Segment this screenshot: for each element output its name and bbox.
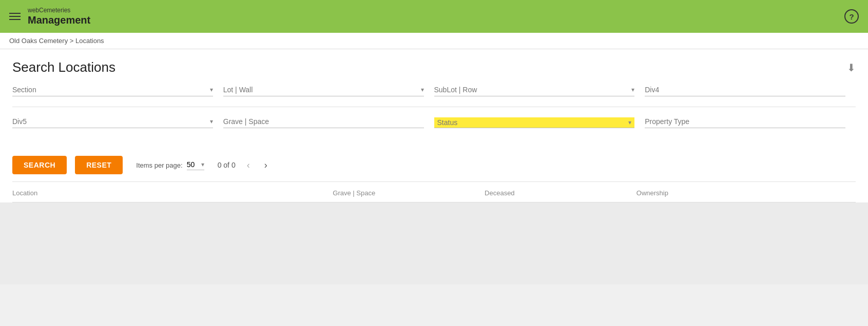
status-field: ▾ <box>434 117 645 128</box>
div4-input[interactable] <box>645 86 845 94</box>
section-select-wrapper[interactable]: ▾ <box>12 86 213 96</box>
hamburger-menu-icon[interactable] <box>9 13 21 20</box>
div4-field <box>645 86 856 96</box>
grave-space-input[interactable] <box>223 117 424 126</box>
filter-row-2: ▾ ▾ <box>12 117 856 138</box>
reset-button[interactable]: RESET <box>75 156 123 174</box>
col-header-location: Location <box>12 189 333 197</box>
actions-row: SEARCH RESET Items per page: 50 25 100 ▾… <box>12 149 856 182</box>
sublot-row-chevron-icon: ▾ <box>631 86 634 93</box>
page-title-row: Search Locations ⬇ <box>12 59 856 75</box>
div4-select-wrapper[interactable] <box>645 86 845 96</box>
sublot-row-field: ▾ <box>434 86 645 96</box>
property-type-input[interactable] <box>645 117 845 126</box>
div5-input[interactable] <box>12 117 210 126</box>
help-icon[interactable]: ? <box>844 9 859 24</box>
section-input[interactable] <box>12 86 210 94</box>
page-title: Search Locations <box>12 59 115 75</box>
div5-chevron-icon: ▾ <box>210 118 213 125</box>
status-input[interactable] <box>437 118 629 127</box>
grave-space-select-wrapper[interactable] <box>223 117 424 128</box>
section-field: ▾ <box>12 86 223 96</box>
status-chevron-icon: ▾ <box>628 119 631 126</box>
items-per-page-wrapper: Items per page: 50 25 100 ▾ <box>136 160 204 170</box>
col-header-ownership: Ownership <box>636 189 856 197</box>
status-select-wrapper[interactable]: ▾ <box>434 117 635 128</box>
col-header-grave-space: Grave | Space <box>333 189 485 197</box>
app-title: webCemeteries Management <box>28 7 90 26</box>
download-icon[interactable]: ⬇ <box>847 62 856 74</box>
sublot-row-select-wrapper[interactable]: ▾ <box>434 86 635 96</box>
bottom-area <box>0 202 868 284</box>
pagination-next-button[interactable]: › <box>261 159 271 172</box>
div5-select-wrapper[interactable]: ▾ <box>12 117 213 128</box>
lot-wall-input[interactable] <box>223 86 421 94</box>
items-per-page-select[interactable]: 50 25 100 <box>187 160 208 169</box>
table-header: Location Grave | Space Deceased Ownershi… <box>12 182 856 202</box>
lot-wall-select-wrapper[interactable]: ▾ <box>223 86 424 96</box>
breadcrumb: Old Oaks Cemetery > Locations <box>0 33 868 49</box>
main-content: Search Locations ⬇ ▾ ▾ ▾ <box>0 49 868 202</box>
section-chevron-icon: ▾ <box>210 86 213 93</box>
header-left: webCemeteries Management <box>9 7 90 26</box>
app-brand-bottom: Management <box>28 14 90 26</box>
app-header: webCemeteries Management ? <box>0 0 868 33</box>
filter-row-1: ▾ ▾ ▾ <box>12 86 856 107</box>
property-type-field <box>645 117 856 128</box>
app-brand-top: webCemeteries <box>28 7 90 14</box>
items-per-page-select-wrapper[interactable]: 50 25 100 ▾ <box>187 160 204 170</box>
pagination-info: 0 of 0 <box>218 161 236 169</box>
items-per-page-label: Items per page: <box>136 161 182 169</box>
lot-wall-field: ▾ <box>223 86 434 96</box>
sublot-row-input[interactable] <box>434 86 632 94</box>
lot-wall-chevron-icon: ▾ <box>421 86 424 93</box>
search-button[interactable]: SEARCH <box>12 156 67 174</box>
property-type-select-wrapper[interactable] <box>645 117 845 128</box>
grave-space-field <box>223 117 434 128</box>
pagination-prev-button[interactable]: ‹ <box>244 159 253 172</box>
div5-field: ▾ <box>12 117 223 128</box>
col-header-deceased: Deceased <box>485 189 636 197</box>
